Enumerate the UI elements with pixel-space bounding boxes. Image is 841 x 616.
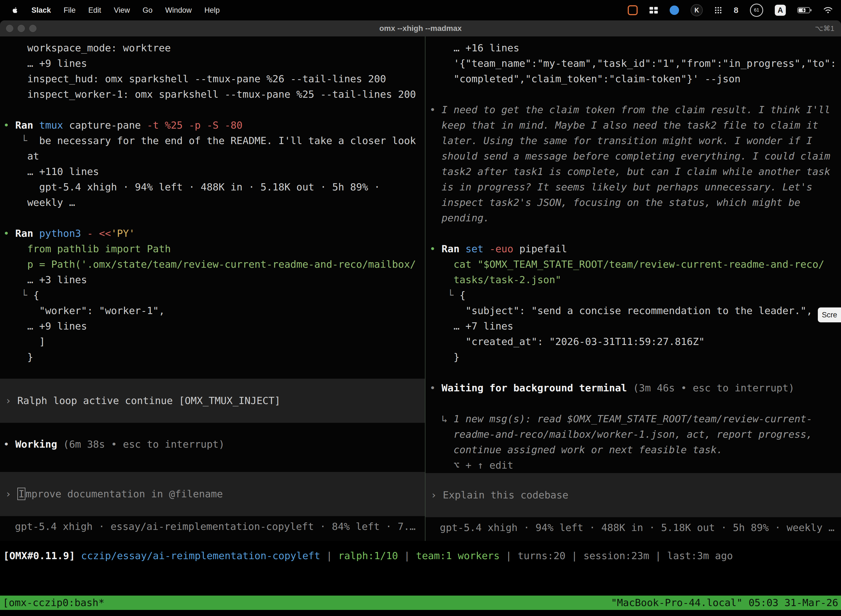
apple-menu-icon[interactable] [11, 6, 19, 14]
terminal-line: tasks/task-2.json" [429, 272, 841, 287]
menu-edit[interactable]: Edit [88, 6, 101, 15]
terminal-line: weekly … [3, 195, 425, 210]
terminal-line: pending. [429, 210, 841, 226]
terminal-line: keep that in mind. Maybe I also need the… [429, 117, 841, 133]
terminal-line: … +110 lines [3, 164, 425, 179]
left-pane-status-line: gpt-5.4 xhigh · essay/ai-reimplementatio… [0, 519, 425, 534]
terminal-line: inspect task2's JSON, focusing on the st… [429, 195, 841, 210]
close-window-button[interactable] [6, 25, 13, 32]
terminal-line: • Ran tmux capture-pane -t %25 -p -S -80 [3, 117, 425, 133]
terminal-line: "subject": "send a concise recommendatio… [429, 303, 841, 318]
terminal-line [3, 210, 425, 226]
terminal-line: • Working (6m 38s • esc to interrupt) [3, 437, 425, 452]
terminal-line: [OMX#0.11.9] cczip/essay/ai-reimplementa… [3, 548, 841, 563]
minimize-window-button[interactable] [18, 25, 25, 32]
right-input-placeholder: Explain this codebase [443, 487, 568, 503]
desktop-screen: Slack File Edit View Go Window Help K 8 … [0, 0, 841, 616]
terminal-line: at [3, 148, 425, 164]
terminal-line: └ { [3, 287, 425, 303]
menu-go[interactable]: Go [143, 6, 152, 15]
tmux-pane-left[interactable]: workspace_mode: worktree … +9 lines insp… [0, 37, 425, 541]
terminal-line: … +9 lines [3, 56, 425, 71]
left-injection-banner[interactable]: › Ralph loop active continue [OMX_TMUX_I… [0, 378, 425, 423]
terminal-line: … +16 lines [429, 40, 841, 56]
terminal-line: } [3, 349, 425, 365]
prompt-chevron: › [0, 486, 11, 502]
terminal-line [3, 102, 425, 117]
terminal-line: • Waiting for background terminal (3m 46… [429, 380, 841, 396]
injection-text: Ralph loop active continue [OMX_TMUX_INJ… [18, 393, 281, 408]
terminal-line: continue assigned work or next feasible … [429, 442, 841, 458]
active-app-menu[interactable]: Slack [31, 6, 51, 15]
terminal-line: • Ran python3 - <<'PY' [3, 226, 425, 241]
terminal-line: "completed","claim_token":"claim-token"}… [429, 71, 841, 87]
input-source-icon[interactable]: A [775, 5, 786, 16]
menu-help[interactable]: Help [204, 6, 220, 15]
terminal-line: later. Using the same for transition mig… [429, 133, 841, 148]
terminal-line: p = Path('.omx/state/team/review-current… [3, 257, 425, 272]
terminal-line: is in progress? It seems likely but perh… [429, 179, 841, 195]
menu-file[interactable]: File [64, 6, 76, 15]
prompt-chevron: › [0, 393, 11, 408]
screenshot-chip[interactable]: Scre [818, 308, 841, 322]
right-input-box[interactable]: › Explain this codebase [425, 473, 841, 517]
tmux-pane-right[interactable]: … +16 lines '{"team_name":"my-team","tas… [425, 37, 841, 541]
terminal-line: readme-and-reco/mailbox/worker-1.json, a… [429, 427, 841, 442]
terminal-line: gpt-5.4 xhigh · 94% left · 488K in · 5.1… [3, 179, 425, 195]
terminal-line: should send a message before completing … [429, 148, 841, 164]
terminal-line: … +3 lines [3, 272, 425, 287]
wifi-icon[interactable] [823, 7, 833, 14]
window-shortcut-hint: ⌥⌘1 [815, 24, 841, 33]
terminal-content: workspace_mode: worktree … +9 lines insp… [0, 37, 841, 541]
grid-icon[interactable] [649, 7, 658, 14]
left-pane-output: workspace_mode: worktree … +9 lines insp… [0, 37, 425, 365]
terminal-line: task2 after task1 is complete, but can I… [429, 164, 841, 179]
terminal-line: … +9 lines [3, 318, 425, 334]
terminal-line: } [429, 349, 841, 365]
k-circle-icon[interactable]: K [691, 4, 703, 16]
terminal-line: └ be necessary for the end of the README… [3, 133, 425, 148]
terminal-line: '{"team_name":"my-team","task_id":"1","f… [429, 56, 841, 71]
terminal-line: ⌥ + ↑ edit [429, 458, 841, 473]
tmux-host-clock: "MacBook-Pro-44.local" 05:03 31-Mar-26 [611, 595, 838, 610]
terminal-line [429, 365, 841, 380]
menu-window[interactable]: Window [165, 6, 192, 15]
tmux-status-bar: [omx-cczip0:bash* "MacBook-Pro-44.local"… [0, 595, 841, 610]
terminal-line: inspect_worker-1: omx sparkshell --tmux-… [3, 87, 425, 102]
terminal-line: from pathlib import Path [3, 241, 425, 257]
right-pane-output: … +16 lines '{"team_name":"my-team","tas… [425, 37, 841, 473]
terminal-line: ] [3, 334, 425, 349]
terminal-line: └ { [429, 287, 841, 303]
tmux-session-label: [omx-cczip0:bash* [3, 595, 104, 610]
terminal-line: "worker": "worker-1", [3, 303, 425, 318]
battery-icon[interactable] [797, 7, 812, 13]
battery-gauge-icon[interactable]: 61 [750, 4, 763, 17]
macos-menu-bar: Slack File Edit View Go Window Help K 8 … [0, 0, 841, 21]
terminal-line: … +7 lines [429, 318, 841, 334]
terminal-line: "created_at": "2026-03-31T11:59:27.816Z" [429, 334, 841, 349]
terminal-line: inspect_hud: omx sparkshell --tmux-pane … [3, 71, 425, 87]
prompt-chevron: › [425, 487, 437, 503]
window-title: omx --xhigh --madmax [0, 24, 841, 33]
terminal-line [429, 226, 841, 241]
dots-grid-icon[interactable] [714, 6, 722, 14]
left-input-placeholder: Improve documentation in @filename [18, 486, 223, 502]
right-pane-status-line: gpt-5.4 xhigh · 94% left · 488K in · 5.1… [425, 520, 841, 535]
terminal-line: • I need to get the claim token from the… [429, 102, 841, 117]
terminal-line: ↳ 1 new msg(s): read $OMX_TEAM_STATE_ROO… [429, 411, 841, 427]
terminal-line [429, 87, 841, 102]
terminal-line: cat "$OMX_TEAM_STATE_ROOT/team/review-cu… [429, 257, 841, 272]
terminal-line: workspace_mode: worktree [3, 40, 425, 56]
terminal-line: • Ran set -euo pipefail [429, 241, 841, 257]
terminal-line [429, 396, 841, 411]
app-8-icon[interactable]: 8 [734, 6, 738, 15]
omx-session-status: [OMX#0.11.9] cczip/essay/ai-reimplementa… [3, 548, 841, 563]
zoom-window-button[interactable] [29, 25, 37, 32]
window-title-bar: omx --xhigh --madmax ⌥⌘1 [0, 21, 841, 37]
menu-view[interactable]: View [114, 6, 130, 15]
left-input-box[interactable]: › Improve documentation in @filename [0, 472, 425, 516]
screen-recording-icon[interactable] [628, 5, 638, 15]
blue-app-icon[interactable] [670, 6, 679, 15]
working-status-line: • Working (6m 38s • esc to interrupt) [0, 437, 425, 452]
